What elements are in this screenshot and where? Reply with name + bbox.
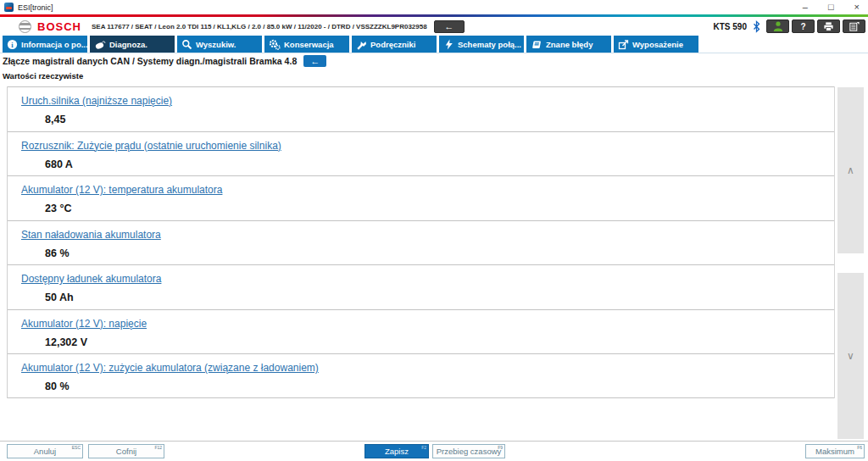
print-button[interactable] [817,19,840,33]
button-label: Maksimum [815,447,854,456]
report-icon [849,21,860,32]
value-label-link[interactable]: Akumulator (12 V): napięcie [21,318,147,330]
section-title: Wartości rzeczywiste [0,68,868,83]
external-link-icon [618,39,629,50]
tab-znane-bledy[interactable]: Znane błędy [526,36,611,53]
diagnosis-icon [94,39,106,50]
value-label-link[interactable]: Akumulator (12 V): temperatura akumulato… [21,184,222,196]
value-row: Dostępny ładunek akumulatora 50 Ah [8,264,834,309]
tab-label: Konserwacja [284,40,334,49]
chevron-down-icon: ∨ [847,350,854,362]
wrench-icon [356,39,367,50]
shortcut-key: F9 [498,446,503,450]
value-row: Akumulator (12 V): napięcie 12,302 V [8,309,834,354]
tab-label: Schematy połą... [458,40,521,49]
button-label: Cofnij [116,447,136,456]
value-row: Rozrusznik: Zużycie prądu (ostatnie uruc… [8,131,834,176]
value-label-link[interactable]: Akumulator (12 V): zużycie akumulatora (… [21,362,319,374]
vehicle-back-button[interactable]: ← [434,20,465,33]
help-icon: ? [800,22,805,31]
shortcut-key: F12 [154,446,162,450]
maximize-button[interactable]: □ [828,0,834,14]
tab-informacja[interactable]: i Informacja o po... [3,36,87,53]
bosch-logo-icon [19,20,31,33]
value-reading: 80 % [45,380,834,392]
zapisz-button[interactable]: Zapisz F2 [364,444,429,458]
tab-label: Znane błędy [546,40,593,49]
value-reading: 8,45 [45,114,834,125]
button-label: Anuluj [34,447,56,456]
breadcrumb-back-button[interactable]: ← [303,55,326,67]
value-row: Akumulator (12 V): temperatura akumulato… [8,175,834,220]
actual-values-list: Uruch.silnika (najniższe napięcie) 8,45 … [7,86,835,398]
breadcrumb-bar: Złącze magistrali danych CAN / Systemy d… [0,53,868,68]
button-label: Przebieg czasowy [437,447,502,456]
search-icon [181,39,192,50]
tab-label: Wyszukiw. [196,40,236,49]
printer-icon [823,21,834,32]
przebieg-czasowy-button[interactable]: Przebieg czasowy F9 [432,444,505,458]
tab-konserwacja[interactable]: Konserwacja [264,36,349,53]
maksimum-button[interactable]: Maksimum F6 [805,444,865,458]
breadcrumb: Złącze magistrali danych CAN / Systemy d… [3,56,297,66]
info-icon: i [7,39,18,50]
tab-podreczniki[interactable]: Podręczniki [352,36,437,53]
value-reading: 12,302 V [45,336,834,348]
anuluj-button[interactable]: Anuluj ESC [7,444,83,458]
tab-label: Informacja o po... [21,40,87,49]
vehicle-info: SEA 117677 / SEAT / Leon 2.0 TDI 115 / K… [92,23,427,31]
lightning-icon [443,39,454,50]
identification-bar: BOSCH SEA 117677 / SEAT / Leon 2.0 TDI 1… [0,17,868,36]
value-label-link[interactable]: Rozrusznik: Zużycie prądu (ostatnie uruc… [21,140,281,152]
value-row: Stan naładowania akumulatora 86 % [8,220,834,265]
scroll-down-button[interactable]: ∨ [837,273,864,439]
tab-label: Diagnoza. [109,40,147,49]
back-arrow-icon: ← [444,21,453,31]
idbar-right-tools: KTS 590 ? [714,19,868,33]
tab-label: Podręczniki [370,40,415,49]
book-icon [531,39,542,50]
bluetooth-icon [752,20,761,33]
tab-diagnoza[interactable]: Diagnoza. [90,36,175,53]
user-icon [772,20,784,32]
esitronic-app-icon [4,3,14,12]
shortcut-key: F2 [421,446,426,450]
tab-schematy[interactable]: Schematy połą... [439,36,524,53]
bosch-wordmark: BOSCH [37,20,81,33]
window-controls: – □ × [803,0,860,14]
value-label-link[interactable]: Dostępny ładunek akumulatora [21,273,161,285]
device-label: KTS 590 [714,22,747,31]
value-reading: 50 Ah [45,292,834,303]
cofnij-button[interactable]: Cofnij F12 [88,444,164,458]
close-button[interactable]: × [854,0,860,14]
tab-wyposazenie[interactable]: Wyposażenie [614,36,698,53]
minimize-button[interactable]: – [803,0,808,14]
shortcut-key: ESC [72,446,81,450]
value-label-link[interactable]: Uruch.silnika (najniższe napięcie) [21,95,172,107]
user-account-button[interactable] [766,19,789,33]
value-reading: 680 A [45,158,834,170]
help-button[interactable]: ? [792,19,815,33]
gears-icon [269,39,281,50]
tab-wyszukiw[interactable]: Wyszukiw. [177,36,262,53]
back-arrow-icon: ← [310,56,320,66]
chevron-up-icon: ∧ [847,164,854,176]
main-tab-bar: i Informacja o po... Diagnoza. Wyszukiw.… [0,36,868,53]
report-button[interactable] [843,19,865,33]
scroll-up-button[interactable]: ∧ [837,87,864,253]
value-label-link[interactable]: Stan naładowania akumulatora [21,229,161,241]
window-title: ESI[tronic] [18,3,53,12]
value-reading: 86 % [45,247,834,259]
button-label: Zapisz [385,447,409,456]
value-reading: 23 °C [45,203,834,214]
value-row: Uruch.silnika (najniższe napięcie) 8,45 [8,86,834,131]
shortcut-key: F6 [857,446,862,450]
value-row: Akumulator (12 V): zużycie akumulatora (… [8,353,834,398]
window-titlebar: ESI[tronic] – □ × [0,0,868,14]
footer-button-bar: Anuluj ESC Cofnij F12 Zapisz F2 Przebieg… [0,441,868,461]
tab-label: Wyposażenie [632,40,683,49]
